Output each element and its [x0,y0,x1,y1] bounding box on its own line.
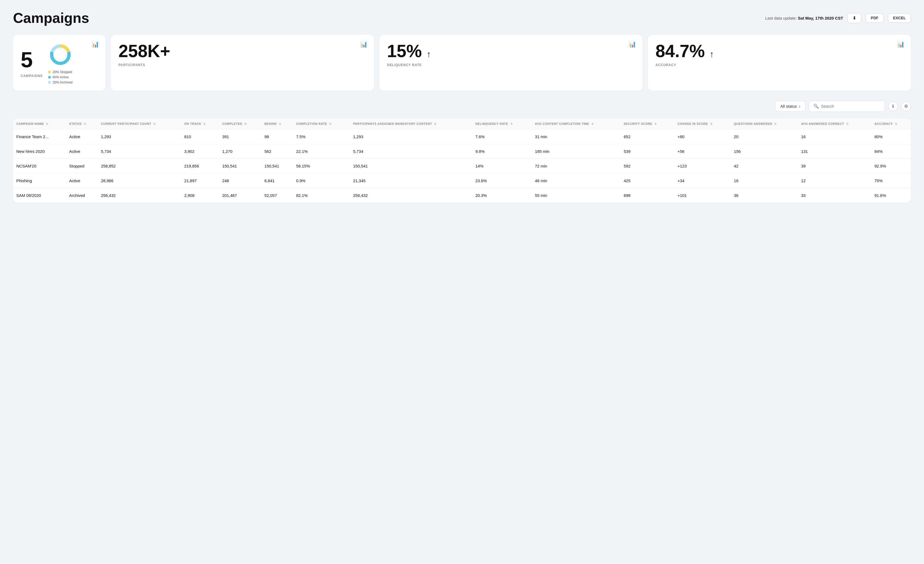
cell-avg_correct: 16 [798,129,871,144]
cell-on_track: 2,908 [181,188,219,203]
cell-count: 28,986 [98,173,181,188]
cell-completion: 0.9% [293,173,350,188]
col-change[interactable]: CHANGE IN SCORE ⇅ [674,118,730,129]
table-row: NCSAM'20Stopped258,852219,856150,541150,… [13,159,911,173]
cell-name: Phishing [13,173,66,188]
cell-count: 1,293 [98,129,181,144]
cell-accuracy: 84% [871,144,911,159]
stat-cards: 📊 5 CAMPAIGNS [13,35,911,91]
cell-status: Active [66,144,98,159]
cell-on_track: 810 [181,129,219,144]
cell-completed: 1,270 [219,144,261,159]
col-behind[interactable]: BEHIND ⇅ [261,118,293,129]
cell-change: +56 [674,144,730,159]
sort-icon-count: ⇅ [153,122,156,125]
cell-avg_time: 31 min [532,129,621,144]
chart-icon-accuracy: 📊 [897,41,904,48]
delinquency-card: 📊 15% ↑ DELIQUENCY RATE [380,35,642,91]
cell-delinquency: 23.6% [472,173,532,188]
cell-avg_correct: 33 [798,188,871,203]
pdf-button[interactable]: PDF [866,14,884,23]
col-avg-correct[interactable]: AVG ANSWERED CORRECT ⇅ [798,118,871,129]
cell-delinquency: 9.8% [472,144,532,159]
sort-icon-name: ⇅ [46,122,48,125]
download-button[interactable]: ⬇ [848,13,861,23]
search-box[interactable]: 🔍 [809,101,885,112]
col-accuracy[interactable]: ACCURACY ⇅ [871,118,911,129]
info-button[interactable]: ℹ [888,101,898,111]
col-delinquency[interactable]: DELINQUENCY RATE ⇅ [472,118,532,129]
col-security[interactable]: SECURITY SCORE ⇅ [621,118,674,129]
cell-questions: 36 [730,188,798,203]
sort-icon-avg-correct: ⇅ [846,122,849,125]
participants-label: PARTICIPANTS [118,63,366,67]
col-questions[interactable]: QUESTIONS ANSWERED ⇅ [730,118,798,129]
col-name[interactable]: CAMPAIGN NAME ⇅ [13,118,66,129]
cell-security: 425 [621,173,674,188]
col-completion[interactable]: COMPLETION RATE ⇅ [293,118,350,129]
settings-icon: ⚙ [904,104,908,109]
cell-questions: 20 [730,129,798,144]
cell-name: SAM 09/2020 [13,188,66,203]
col-avg-time[interactable]: AVG CONTENT COMPLETION TIME ⇅ [532,118,621,129]
cell-completed: 201,467 [219,188,261,203]
table-header-row: CAMPAIGN NAME ⇅ STATUS ⇅ CURRENT PARTICI… [13,118,911,129]
cell-security: 698 [621,188,674,203]
settings-button[interactable]: ⚙ [901,101,911,111]
cell-status: Active [66,173,98,188]
search-icon: 🔍 [813,104,819,109]
archived-label: 20% Archived [52,81,72,84]
cell-on_track: 3,902 [181,144,219,159]
cell-on_track: 21,897 [181,173,219,188]
cell-avg_time: 185 min [532,144,621,159]
cell-accuracy: 92.9% [871,159,911,173]
table-row: PhishingActive28,98621,8972486,8410.9%21… [13,173,911,188]
cell-mandatory: 5,734 [350,144,472,159]
archived-dot [48,81,51,84]
cell-security: 592 [621,159,674,173]
cell-mandatory: 21,345 [350,173,472,188]
cell-questions: 156 [730,144,798,159]
col-mandatory[interactable]: PARTICIPANTS ASSIGNED MANDATORY CONTENT … [350,118,472,129]
col-count[interactable]: CURRENT PARTICIPANT COUNT ⇅ [98,118,181,129]
cell-mandatory: 256,432 [350,188,472,203]
col-status[interactable]: STATUS ⇅ [66,118,98,129]
last-update-label: Last data update: Sat May, 17th 2020 CST [765,16,843,20]
table-toolbar: All status › 🔍 ℹ ⚙ [13,101,911,112]
sort-icon-behind: ⇅ [279,122,281,125]
search-input[interactable] [821,104,880,108]
cell-security: 539 [621,144,674,159]
accuracy-value: 84.7% ↑ [656,42,903,60]
stopped-label: 20% Stopped [52,70,72,74]
campaigns-label: CAMPAIGNS [21,74,43,78]
cell-mandatory: 1,293 [350,129,472,144]
cell-behind: 562 [261,144,293,159]
excel-button[interactable]: EXCEL [888,14,911,23]
chart-icon-campaigns: 📊 [92,41,99,48]
cell-completion: 22.1% [293,144,350,159]
chevron-right-icon: › [799,104,800,108]
table-row: New hires 2020Active5,7343,9021,27056222… [13,144,911,159]
status-filter[interactable]: All status › [775,101,806,111]
cell-accuracy: 80% [871,129,911,144]
participants-value: 258K+ [118,42,366,60]
cell-name: Finance Team 2... [13,129,66,144]
cell-count: 5,734 [98,144,181,159]
info-icon: ℹ [892,104,894,109]
cell-behind: 98 [261,129,293,144]
cell-behind: 52,057 [261,188,293,203]
cell-questions: 16 [730,173,798,188]
cell-completed: 248 [219,173,261,188]
cell-accuracy: 75% [871,173,911,188]
cell-status: Active [66,129,98,144]
sort-icon-avg-time: ⇅ [591,122,594,125]
col-on-track[interactable]: ON TRACK ⇅ [181,118,219,129]
download-icon: ⬇ [852,15,856,21]
cell-questions: 42 [730,159,798,173]
cell-behind: 6,841 [261,173,293,188]
col-completed[interactable]: COMPLETED ⇅ [219,118,261,129]
stopped-dot [48,71,51,74]
page-title: Campaigns [13,10,89,26]
delinquency-value: 15% ↑ [387,42,635,60]
cell-completion: 82.1% [293,188,350,203]
